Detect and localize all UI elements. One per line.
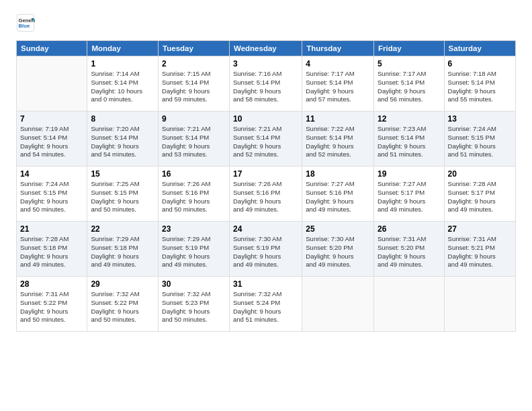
- calendar-cell: 8Sunrise: 7:20 AMSunset: 5:14 PMDaylight…: [87, 111, 159, 167]
- calendar-cell: 15Sunrise: 7:25 AMSunset: 5:15 PMDayligh…: [87, 167, 159, 222]
- calendar-cell: 26Sunrise: 7:31 AMSunset: 5:20 PMDayligh…: [374, 222, 445, 277]
- col-header-monday: Monday: [87, 41, 159, 56]
- calendar-cell: 23Sunrise: 7:29 AMSunset: 5:19 PMDayligh…: [159, 222, 230, 277]
- day-info: Sunrise: 7:17 AMSunset: 5:14 PMDaylight:…: [306, 70, 370, 104]
- day-number: 10: [233, 114, 298, 124]
- day-info: Sunrise: 7:28 AMSunset: 5:17 PMDaylight:…: [448, 180, 512, 214]
- col-header-wednesday: Wednesday: [230, 41, 302, 56]
- day-info: Sunrise: 7:18 AMSunset: 5:14 PMDaylight:…: [448, 70, 512, 104]
- day-number: 1: [91, 59, 154, 68]
- day-number: 17: [233, 169, 298, 179]
- day-info: Sunrise: 7:32 AMSunset: 5:24 PMDaylight:…: [233, 290, 298, 324]
- day-info: Sunrise: 7:16 AMSunset: 5:14 PMDaylight:…: [233, 70, 298, 104]
- col-header-saturday: Saturday: [444, 41, 515, 56]
- day-info: Sunrise: 7:32 AMSunset: 5:22 PMDaylight:…: [91, 290, 154, 324]
- calendar-cell: 29Sunrise: 7:32 AMSunset: 5:22 PMDayligh…: [87, 277, 159, 332]
- calendar-cell: 2Sunrise: 7:15 AMSunset: 5:14 PMDaylight…: [159, 56, 230, 111]
- day-number: 9: [162, 114, 226, 124]
- day-info: Sunrise: 7:24 AMSunset: 5:15 PMDaylight:…: [448, 125, 512, 159]
- calendar-header-row: SundayMondayTuesdayWednesdayThursdayFrid…: [17, 41, 516, 56]
- calendar-cell: 7Sunrise: 7:19 AMSunset: 5:14 PMDaylight…: [17, 111, 87, 167]
- day-info: Sunrise: 7:21 AMSunset: 5:14 PMDaylight:…: [233, 125, 298, 159]
- calendar-cell: 4Sunrise: 7:17 AMSunset: 5:14 PMDaylight…: [302, 56, 374, 111]
- day-info: Sunrise: 7:21 AMSunset: 5:14 PMDaylight:…: [162, 125, 226, 159]
- calendar-cell: [374, 277, 445, 332]
- day-number: 30: [162, 279, 226, 289]
- logo-icon: General Blue: [16, 13, 35, 32]
- day-number: 16: [162, 169, 226, 179]
- day-info: Sunrise: 7:20 AMSunset: 5:14 PMDaylight:…: [91, 125, 154, 159]
- day-info: Sunrise: 7:23 AMSunset: 5:14 PMDaylight:…: [378, 125, 441, 159]
- day-info: Sunrise: 7:30 AMSunset: 5:20 PMDaylight:…: [306, 235, 370, 269]
- day-number: 6: [448, 59, 512, 68]
- calendar-cell: 27Sunrise: 7:31 AMSunset: 5:21 PMDayligh…: [444, 222, 515, 277]
- day-number: 13: [448, 114, 512, 124]
- header: General Blue: [16, 13, 516, 32]
- day-number: 7: [20, 114, 83, 124]
- calendar-week-row: 1Sunrise: 7:14 AMSunset: 5:14 PMDaylight…: [17, 56, 516, 111]
- calendar-cell: 10Sunrise: 7:21 AMSunset: 5:14 PMDayligh…: [230, 111, 302, 167]
- day-number: 25: [306, 224, 370, 234]
- day-info: Sunrise: 7:26 AMSunset: 5:16 PMDaylight:…: [162, 180, 226, 214]
- col-header-friday: Friday: [374, 41, 445, 56]
- calendar-cell: 19Sunrise: 7:27 AMSunset: 5:17 PMDayligh…: [374, 167, 445, 222]
- calendar-cell: [444, 277, 515, 332]
- day-info: Sunrise: 7:25 AMSunset: 5:15 PMDaylight:…: [91, 180, 154, 214]
- calendar-cell: 16Sunrise: 7:26 AMSunset: 5:16 PMDayligh…: [159, 167, 230, 222]
- day-number: 29: [91, 279, 154, 289]
- day-number: 15: [91, 169, 154, 179]
- page: General Blue SundayMondayTuesdayWednesda…: [0, 0, 532, 411]
- calendar-week-row: 14Sunrise: 7:24 AMSunset: 5:15 PMDayligh…: [17, 167, 516, 222]
- day-number: 11: [306, 114, 370, 124]
- calendar-cell: 17Sunrise: 7:26 AMSunset: 5:16 PMDayligh…: [230, 167, 302, 222]
- calendar-cell: 18Sunrise: 7:27 AMSunset: 5:16 PMDayligh…: [302, 167, 374, 222]
- day-info: Sunrise: 7:27 AMSunset: 5:17 PMDaylight:…: [378, 180, 441, 214]
- day-info: Sunrise: 7:24 AMSunset: 5:15 PMDaylight:…: [20, 180, 83, 214]
- day-info: Sunrise: 7:27 AMSunset: 5:16 PMDaylight:…: [306, 180, 370, 214]
- day-number: 4: [306, 59, 370, 68]
- logo: General Blue: [16, 13, 40, 32]
- col-header-thursday: Thursday: [302, 41, 374, 56]
- day-number: 27: [448, 224, 512, 234]
- col-header-tuesday: Tuesday: [159, 41, 230, 56]
- day-info: Sunrise: 7:17 AMSunset: 5:14 PMDaylight:…: [378, 70, 441, 104]
- calendar-cell: 25Sunrise: 7:30 AMSunset: 5:20 PMDayligh…: [302, 222, 374, 277]
- day-number: 26: [378, 224, 441, 234]
- calendar-cell: 6Sunrise: 7:18 AMSunset: 5:14 PMDaylight…: [444, 56, 515, 111]
- day-number: 21: [20, 224, 83, 234]
- calendar-cell: 3Sunrise: 7:16 AMSunset: 5:14 PMDaylight…: [230, 56, 302, 111]
- svg-text:Blue: Blue: [19, 23, 30, 29]
- day-number: 5: [378, 59, 441, 68]
- calendar-cell: 24Sunrise: 7:30 AMSunset: 5:19 PMDayligh…: [230, 222, 302, 277]
- day-info: Sunrise: 7:28 AMSunset: 5:18 PMDaylight:…: [20, 235, 83, 269]
- calendar-cell: 20Sunrise: 7:28 AMSunset: 5:17 PMDayligh…: [444, 167, 515, 222]
- day-info: Sunrise: 7:15 AMSunset: 5:14 PMDaylight:…: [162, 70, 226, 104]
- day-number: 22: [91, 224, 154, 234]
- day-number: 23: [162, 224, 226, 234]
- day-number: 28: [20, 279, 83, 289]
- calendar-cell: 12Sunrise: 7:23 AMSunset: 5:14 PMDayligh…: [374, 111, 445, 167]
- calendar-cell: 28Sunrise: 7:31 AMSunset: 5:22 PMDayligh…: [17, 277, 87, 332]
- day-info: Sunrise: 7:29 AMSunset: 5:18 PMDaylight:…: [91, 235, 154, 269]
- calendar-cell: 21Sunrise: 7:28 AMSunset: 5:18 PMDayligh…: [17, 222, 87, 277]
- day-info: Sunrise: 7:29 AMSunset: 5:19 PMDaylight:…: [162, 235, 226, 269]
- day-info: Sunrise: 7:32 AMSunset: 5:23 PMDaylight:…: [162, 290, 226, 324]
- calendar-cell: 14Sunrise: 7:24 AMSunset: 5:15 PMDayligh…: [17, 167, 87, 222]
- calendar-cell: 5Sunrise: 7:17 AMSunset: 5:14 PMDaylight…: [374, 56, 445, 111]
- day-info: Sunrise: 7:31 AMSunset: 5:21 PMDaylight:…: [448, 235, 512, 269]
- calendar-table: SundayMondayTuesdayWednesdayThursdayFrid…: [16, 40, 516, 332]
- calendar-cell: 31Sunrise: 7:32 AMSunset: 5:24 PMDayligh…: [230, 277, 302, 332]
- calendar-cell: [302, 277, 374, 332]
- calendar-cell: 30Sunrise: 7:32 AMSunset: 5:23 PMDayligh…: [159, 277, 230, 332]
- day-number: 24: [233, 224, 298, 234]
- day-info: Sunrise: 7:14 AMSunset: 5:14 PMDaylight:…: [91, 70, 154, 104]
- calendar-cell: 13Sunrise: 7:24 AMSunset: 5:15 PMDayligh…: [444, 111, 515, 167]
- calendar-cell: 9Sunrise: 7:21 AMSunset: 5:14 PMDaylight…: [159, 111, 230, 167]
- calendar-week-row: 21Sunrise: 7:28 AMSunset: 5:18 PMDayligh…: [17, 222, 516, 277]
- col-header-sunday: Sunday: [17, 41, 87, 56]
- day-number: 19: [378, 169, 441, 179]
- day-info: Sunrise: 7:26 AMSunset: 5:16 PMDaylight:…: [233, 180, 298, 214]
- day-info: Sunrise: 7:31 AMSunset: 5:22 PMDaylight:…: [20, 290, 83, 324]
- calendar-week-row: 28Sunrise: 7:31 AMSunset: 5:22 PMDayligh…: [17, 277, 516, 332]
- day-number: 12: [378, 114, 441, 124]
